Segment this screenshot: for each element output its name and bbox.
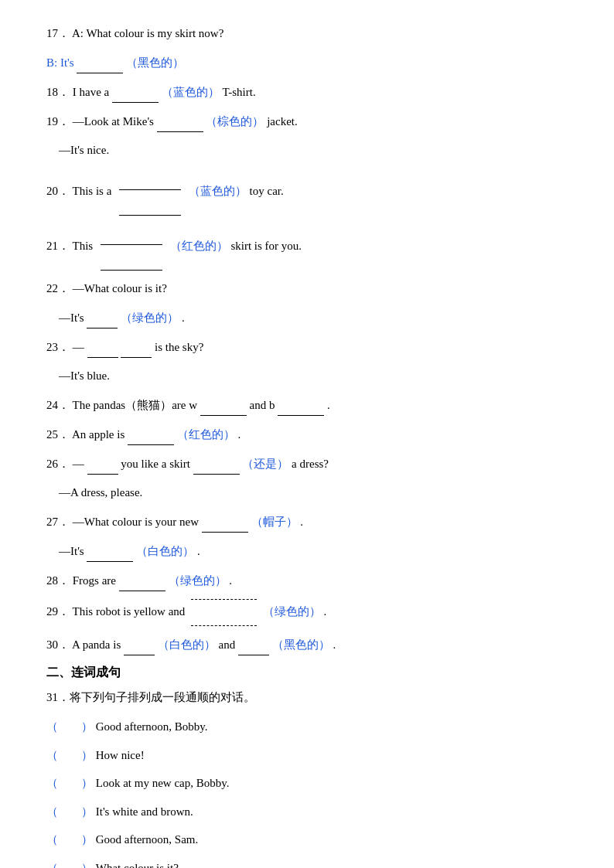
q27a-dash: —What colour is your new [73,516,199,528]
q29-period: . [324,605,327,618]
question-29: 29． This robot is yellow and （绿色的） . [46,599,568,626]
q31-s2-paren: （ ） [46,749,93,761]
q25-number: 25． [46,428,70,441]
q20-suffix: toy car. [250,185,284,197]
q20-number: 20． [46,185,70,197]
question-26b: —A dress, please. [59,482,568,503]
q22b-period: . [182,311,185,324]
q30-and: and [219,638,236,651]
q23a-blank2[interactable] [121,336,152,358]
question-19a: 19． —Look at Mike's （棕色的） jacket. [46,111,568,132]
q29-dashed-blank[interactable] [191,599,257,626]
q24-blank1[interactable] [200,394,247,416]
q24-number: 24． [46,399,70,411]
q31-intro: 31．将下列句子排列成一段通顺的对话。 [46,687,568,708]
q30-hint1: （白色的） [158,638,216,651]
q21-double-blank[interactable] [101,223,162,271]
question-30: 30． A panda is （白色的） and （黑色的） . [46,634,568,655]
q19-text: —Look at Mike's [73,115,154,128]
q17-number: 17． [46,27,70,39]
q27a-period: . [300,516,303,528]
q23a-text: is the sky? [155,341,203,353]
q30-text: A panda is [72,638,121,651]
q28-blank[interactable] [119,570,165,591]
q31-s4-text: It's white and brown. [96,805,193,818]
q31-s3-paren: （ ） [46,777,93,789]
q24-blank2[interactable] [278,394,324,416]
q23a-blank1[interactable] [87,336,118,358]
q18-blank[interactable] [112,81,159,103]
q31-sentence-3: （ ） Look at my new cap, Bobby. [46,772,568,795]
q18-text: I have a [73,86,109,98]
q21-number: 21． [46,240,70,252]
q30-blank1[interactable] [124,634,155,655]
q27b-blank[interactable] [87,540,133,562]
q28-number: 28． [46,574,70,587]
q31-sentence-5: （ ） Good afternoon, Sam. [46,829,568,851]
q28-period: . [229,574,232,587]
q25-hint: （红色的） [177,428,235,441]
q17-hint: （黑色的） [126,56,184,69]
q20-hint: （蓝色的） [189,185,247,197]
q31-s6-paren: （ ） [46,862,93,869]
q26b-text: —A dress, please. [59,486,142,499]
q21-suffix: skirt is for you. [230,240,302,252]
question-27b: —It's （白色的） . [59,540,568,562]
q22b-prefix: —It's [59,311,84,324]
q20-text: This is a [72,185,111,197]
q31-sentence-4: （ ） It's white and brown. [46,801,568,823]
q17-text-a: A: What colour is my skirt now? [72,27,223,39]
question-26a: 26． — you like a skirt （还是） a dress? [46,453,568,475]
question-23b: —It's blue. [59,366,568,386]
q26a-blank2[interactable] [193,453,240,475]
q24-and: and b [250,399,275,411]
question-22a: 22． —What colour is it? [46,278,568,299]
q27a-blank[interactable] [202,511,248,533]
q19b-text: —It's nice. [59,144,109,156]
q29-number: 29． [46,605,70,618]
q29-text: This robot is yellow and [72,605,185,618]
q18-number: 18． [46,86,70,98]
q20-double-blank[interactable] [119,168,181,216]
q26a-hint: （还是） [242,458,288,470]
q28-hint: （绿色的） [169,574,227,587]
q27a-hint: （帽子） [251,516,298,528]
q17-blank[interactable] [77,52,123,73]
q26a-dash: — [73,458,84,470]
q30-period: . [333,638,336,651]
q30-number: 30． [46,638,70,651]
q25-blank[interactable] [128,424,174,445]
q31-s6-text: What colour is it? [96,862,179,869]
q18-hint: （蓝色的） [162,86,220,98]
q23a-dash: — [73,341,84,353]
question-25: 25． An apple is （红色的） . [46,424,568,445]
question-21: 21． This （红色的） skirt is for you. [46,223,568,271]
q31-s3-text: Look at my new cap, Bobby. [96,777,230,789]
q25-period: . [238,428,241,441]
q19-hint: （棕色的） [206,115,264,128]
q31-s2-text: How nice! [96,749,145,761]
q24-period: . [327,399,330,411]
q31-sentence-2: （ ） How nice! [46,744,568,767]
q31-s4-paren: （ ） [46,805,93,818]
q31-s5-text: Good afternoon, Sam. [96,833,198,846]
q31-s1-text: Good afternoon, Bobby. [96,720,208,733]
q24-text: The pandas（熊猫）are w [72,399,197,411]
q29-hint: （绿色的） [263,605,321,618]
section2-header: 二、连词成句 [46,665,568,681]
q19-number: 19． [46,115,70,128]
q26a-blank1[interactable] [87,453,118,475]
q22-number: 22． [46,282,70,294]
q21-text: This [72,240,93,252]
question-17b: B: It's （黑色的） [46,52,568,73]
question-23a: 23． — is the sky? [46,336,568,358]
q19-blank[interactable] [157,111,203,132]
question-19b: —It's nice. [59,140,568,161]
q27-number: 27． [46,516,70,528]
q28-text: Frogs are [73,574,116,587]
q25-text: An apple is [72,428,125,441]
q30-blank2[interactable] [238,634,269,655]
q22b-blank[interactable] [87,307,118,328]
q26a-suffix: a dress? [292,458,329,470]
q19-suffix: jacket. [267,115,298,128]
